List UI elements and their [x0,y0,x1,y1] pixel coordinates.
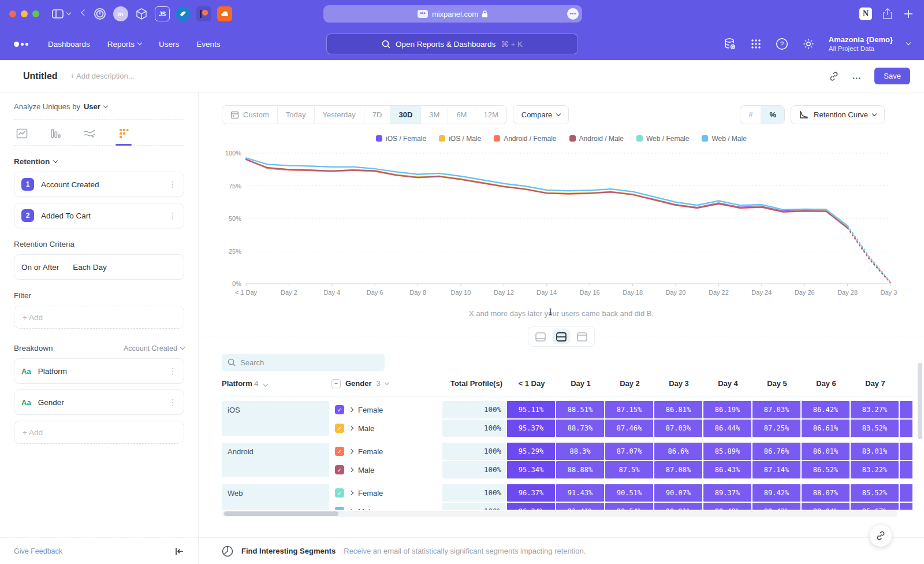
back-icon[interactable] [82,13,87,15]
range-7d[interactable]: 7D [364,106,391,124]
retention-value-cell[interactable]: 95.29% [507,443,555,460]
add-breakdown-button[interactable]: + Add [14,421,184,444]
expand-row-icon[interactable] [349,509,353,510]
m-avatar-icon[interactable]: m [113,6,128,21]
js-icon[interactable]: JS [155,6,170,21]
retention-value-cell[interactable]: 89.42% [752,484,800,502]
criteria-interval[interactable]: Each Day [73,263,107,272]
retention-value-cell[interactable]: 91.41% [556,503,604,510]
retention-value-cell[interactable]: 86.52% [802,461,850,478]
tab-retention[interactable] [118,128,129,145]
retention-value-cell[interactable]: 89.48% [703,503,751,510]
scrollbar-thumb[interactable] [224,511,338,516]
nav-dashboards[interactable]: Dashboards [48,40,90,49]
retention-value-cell[interactable]: 95.11% [507,401,555,418]
nav-reports[interactable]: Reports [107,40,141,49]
series-checkbox[interactable]: ✓ [335,465,344,474]
apps-grid-icon[interactable] [750,38,762,50]
breakdown-gender[interactable]: Aa Gender ⋮ [14,389,184,415]
retention-value-cell[interactable]: 88.51% [556,401,604,418]
legend-item[interactable]: iOS / Male [439,135,481,143]
share-link-fab[interactable] [870,525,892,547]
gender-cell[interactable]: ✓Male [331,461,441,478]
expand-row-icon[interactable] [349,467,353,472]
vertical-scrollbar[interactable] [918,363,922,439]
day-column-header[interactable]: Day 1 [556,379,605,388]
expand-row-icon[interactable] [349,407,353,412]
series-checkbox[interactable]: ✓ [335,424,344,433]
segments-title[interactable]: Find Interesting Segments [241,547,336,555]
retention-value-cell[interactable]: 88.07% [802,484,850,502]
retention-value-cell[interactable]: 87.07% [605,443,653,460]
save-button[interactable]: Save [874,68,910,84]
range-6m[interactable]: 6M [448,106,475,124]
legend-item[interactable]: Android / Male [569,135,624,143]
legend-item[interactable]: iOS / Female [376,135,426,143]
gender-cell[interactable]: ✓Female [331,443,441,460]
legend-item[interactable]: Android / Female [494,135,556,143]
range-yesterday[interactable]: Yesterday [315,106,364,124]
legend-item[interactable]: Web / Female [636,135,689,143]
sidebar-toggle-icon[interactable] [52,9,70,18]
retention-value-cell[interactable]: 90.51% [605,484,653,502]
kebab-menu-icon[interactable]: ⋮ [169,400,177,404]
series-checkbox[interactable]: ✓ [335,405,344,414]
select-all-checkbox[interactable]: – [331,379,341,388]
gender-cell[interactable]: ✓Female [331,484,441,502]
retention-value-cell[interactable]: 95.34% [507,461,555,478]
data-management-icon[interactable] [724,38,736,50]
range-today[interactable]: Today [278,106,315,124]
mixpanel-logo[interactable] [14,42,28,47]
legend-item[interactable]: Web / Male [702,135,746,143]
onepassword-icon[interactable] [92,6,107,21]
chart-only-toggle[interactable] [532,329,549,344]
retention-criteria-card[interactable]: On or After Each Day [14,254,184,280]
expand-row-icon[interactable] [349,491,353,495]
help-icon[interactable]: ? [776,38,788,50]
retention-value-cell[interactable]: 88.04% [802,503,850,510]
platform-column-header[interactable]: Platform 4 [222,379,331,388]
soundcloud-icon[interactable] [217,6,232,21]
retention-value-cell[interactable]: 87.5% [605,461,653,478]
day-column-header[interactable]: < 1 Day [507,379,556,388]
close-window-button[interactable] [9,10,16,17]
day-column-header[interactable]: Day 2 [605,379,654,388]
retention-value-cell[interactable]: 88.88% [556,461,604,478]
retention-value-cell[interactable]: 89.43% [752,503,800,510]
give-feedback-link[interactable]: Give Feedback [14,547,62,555]
tab-insights[interactable] [16,128,28,145]
report-title[interactable]: Untitled [23,71,58,81]
settings-gear-icon[interactable] [802,38,815,50]
table-search-input[interactable]: Search [222,354,385,371]
account-switcher[interactable]: Amazonia {Demo} All Project Data [829,35,893,53]
retention-value-cell[interactable]: 90.54% [605,503,653,510]
retention-value-cell[interactable]: 83.01% [851,443,899,460]
day-column-header[interactable]: Day 4 [703,379,752,388]
series-checkbox[interactable]: ✓ [335,507,344,510]
retention-value-cell[interactable]: 83.22% [851,461,899,478]
collapse-sidebar-icon[interactable] [175,547,184,555]
day-column-header[interactable]: Day 6 [802,379,851,388]
retention-value-cell[interactable]: 86.44% [703,420,751,437]
day-column-header[interactable]: Day 7 [851,379,900,388]
tab-flows[interactable] [83,128,96,145]
retention-value-cell[interactable]: 87.03% [654,420,702,437]
retention-value-cell[interactable]: 86.6% [654,443,702,460]
nav-users[interactable]: Users [159,40,179,49]
horizontal-scrollbar[interactable] [222,511,897,517]
retention-value-cell[interactable]: 86.19% [703,401,751,418]
split-view-toggle[interactable] [553,329,570,344]
bird-icon[interactable] [176,6,191,21]
breakdown-platform[interactable]: Aa Platform ⋮ [14,358,184,384]
patreon-icon[interactable] [196,6,211,21]
gender-column-header[interactable]: – Gender 3 [331,379,442,388]
retention-value-cell[interactable]: 86.81% [654,401,702,418]
unit-percent-toggle[interactable]: % [761,106,784,124]
retention-value-cell[interactable]: 86.61% [802,420,850,437]
expand-row-icon[interactable] [349,426,353,431]
range-3m[interactable]: 3M [421,106,448,124]
retention-value-cell[interactable]: 96.34% [507,503,555,510]
range-12m[interactable]: 12M [475,106,506,124]
breakdown-target-select[interactable]: Account Created [124,344,184,352]
gender-cell[interactable]: ✓Male [331,503,441,510]
